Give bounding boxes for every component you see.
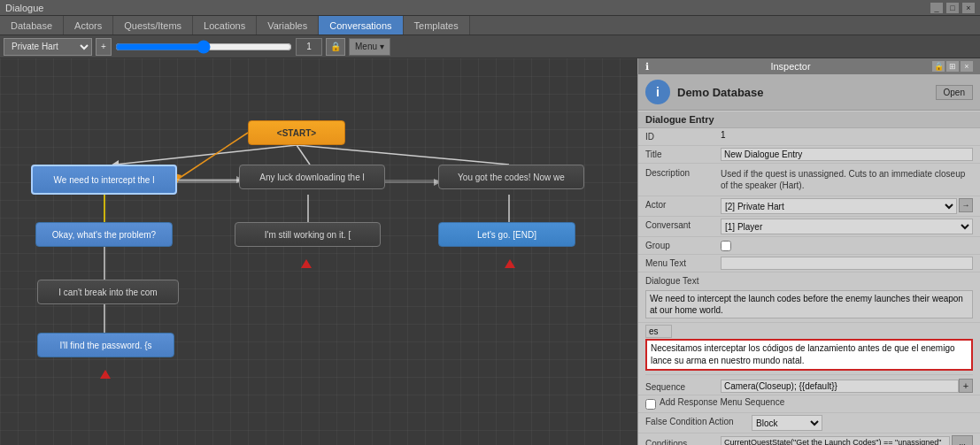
- error-indicator-2: [505, 259, 515, 268]
- spanish-translation-container: Necesitamos interceptar los códigos de l…: [645, 325, 973, 375]
- field-row-group: Group: [638, 237, 980, 255]
- inspector-title-label: Inspector: [770, 61, 810, 72]
- node-we-need-label: We need to intercept the l: [54, 175, 155, 185]
- dialogue-text-label: Dialogue Text: [645, 274, 721, 286]
- close-button[interactable]: ×: [962, 3, 975, 13]
- group-checkbox[interactable]: [721, 241, 731, 251]
- field-row-false-condition: False Condition Action Block: [638, 413, 980, 433]
- node-we-need[interactable]: We need to intercept the l: [31, 165, 177, 195]
- tab-templates[interactable]: Templates: [404, 16, 470, 35]
- tab-bar: Database Actors Quests/Items Locations V…: [0, 16, 980, 35]
- error-indicator-1: [301, 259, 312, 268]
- node-still-label: I'm still working on it. [: [265, 230, 351, 240]
- tab-variables[interactable]: Variables: [257, 16, 319, 35]
- title-label: Title: [645, 148, 721, 159]
- lock-button[interactable]: 🔒: [326, 38, 345, 56]
- open-button[interactable]: Open: [936, 85, 973, 100]
- field-row-title: Title: [638, 146, 980, 164]
- sequence-input[interactable]: [721, 380, 959, 393]
- sequence-row: Sequence +: [638, 377, 980, 395]
- zoom-slider[interactable]: [115, 42, 292, 52]
- dialogue-text-value: We need to intercept the launch codes be…: [645, 290, 973, 318]
- field-row-description: Description Used if the quest is unassig…: [638, 164, 980, 196]
- node-lets-go[interactable]: Let's go. [END]: [438, 222, 575, 247]
- node-lets-go-label: Let's go. [END]: [477, 230, 536, 240]
- actor-select[interactable]: [2] Private Hart: [721, 198, 957, 214]
- node-start[interactable]: <START>: [248, 120, 345, 145]
- conditions-edit-button[interactable]: ...: [952, 435, 973, 445]
- tab-locations[interactable]: Locations: [193, 16, 257, 35]
- node-cant-break-label: I can't break into the com: [58, 288, 157, 297]
- inspector-panel: ℹ Inspector 🔒 ⊞ × i Demo Database Open D…: [637, 58, 980, 445]
- inspector-layout-button[interactable]: ⊞: [946, 61, 959, 72]
- node-any-luck[interactable]: Any luck downloading the l: [239, 165, 385, 189]
- menu-text-input[interactable]: [721, 257, 973, 270]
- minimize-button[interactable]: _: [930, 3, 943, 13]
- toolbar: Private Hart + 1 🔒 Menu ▾: [0, 35, 980, 58]
- window-title: Dialogue: [5, 3, 43, 13]
- svg-line-2: [297, 145, 509, 165]
- sequence-add-button[interactable]: +: [959, 379, 973, 393]
- title-input[interactable]: [721, 148, 973, 161]
- conditions-value: CurrentQuestState("Get the Launch Codes"…: [721, 436, 950, 445]
- node-still-working[interactable]: I'm still working on it. [: [235, 222, 381, 247]
- svg-line-0: [115, 145, 297, 165]
- canvas-area[interactable]: <START> We need to intercept the l Any l…: [0, 58, 637, 445]
- spanish-lang-input[interactable]: [645, 325, 672, 338]
- id-value: 1: [721, 130, 973, 140]
- add-conversation-button[interactable]: +: [96, 38, 112, 56]
- field-row-conversant: Conversant [1] Player: [638, 217, 980, 237]
- description-label: Description: [645, 166, 721, 178]
- svg-line-1: [297, 145, 310, 165]
- dialogue-text-container: We need to intercept the launch codes be…: [638, 290, 980, 323]
- conversant-select[interactable]: [1] Player: [721, 219, 973, 234]
- conversation-select[interactable]: Private Hart: [4, 38, 92, 56]
- add-response-menu-checkbox[interactable]: [645, 399, 656, 410]
- maximize-button[interactable]: □: [946, 3, 959, 13]
- inspector-body: Dialogue Entry ID 1 Title Description Us…: [638, 111, 980, 445]
- inspector-close-button[interactable]: ×: [961, 61, 973, 72]
- node-cant-break[interactable]: I can't break into the com: [37, 280, 179, 304]
- field-row-menu-text: Menu Text: [638, 255, 980, 272]
- sequence-label: Sequence: [645, 380, 721, 392]
- node-any-luck-label: Any luck downloading the l: [259, 173, 364, 182]
- inspector-title: ℹ: [645, 61, 649, 73]
- conversant-label: Conversant: [645, 219, 721, 230]
- connection-lines: [0, 58, 637, 445]
- menu-button[interactable]: Menu ▾: [349, 38, 390, 56]
- actor-label: Actor: [645, 198, 721, 210]
- node-ill-find[interactable]: I'll find the password. {s: [37, 333, 174, 357]
- false-condition-select[interactable]: Block: [752, 415, 822, 431]
- title-bar: Dialogue _ □ ×: [0, 0, 980, 16]
- window-controls: _ □ ×: [930, 3, 975, 13]
- inspector-db-icon: i: [645, 80, 670, 104]
- inspector-lock-button[interactable]: 🔒: [932, 61, 945, 72]
- tab-database[interactable]: Database: [0, 16, 64, 35]
- false-condition-label: False Condition Action: [645, 415, 752, 426]
- error-indicator-3: [100, 370, 111, 379]
- node-okay[interactable]: Okay, what's the problem?: [35, 222, 173, 247]
- tab-actors[interactable]: Actors: [64, 16, 113, 35]
- main-layout: <START> We need to intercept the l Any l…: [0, 58, 980, 445]
- section-dialogue-entry: Dialogue Entry: [638, 111, 980, 128]
- node-you-got[interactable]: You got the codes! Now we: [438, 165, 584, 189]
- inspector-title-bar: ℹ Inspector 🔒 ⊞ ×: [638, 58, 980, 74]
- zoom-input[interactable]: 1: [296, 38, 322, 56]
- field-row-add-response-menu: Add Response Menu Sequence: [638, 395, 980, 413]
- inspector-controls: 🔒 ⊞ ×: [932, 61, 973, 72]
- svg-line-18: [177, 133, 248, 180]
- node-ill-find-label: I'll find the password. {s: [59, 341, 151, 350]
- field-row-dialogue-text-label: Dialogue Text: [638, 272, 980, 290]
- group-label: Group: [645, 239, 721, 250]
- menu-text-label: Menu Text: [645, 257, 721, 268]
- spanish-text-value: Necesitamos interceptar los códigos de l…: [645, 339, 973, 371]
- add-response-menu-label: Add Response Menu Sequence: [660, 397, 784, 407]
- node-okay-label: Okay, what's the problem?: [52, 230, 156, 240]
- actor-edit-button[interactable]: →: [959, 198, 973, 212]
- field-row-actor: Actor [2] Private Hart →: [638, 196, 980, 217]
- id-label: ID: [645, 130, 721, 142]
- tab-quests-items[interactable]: Quests/Items: [113, 16, 193, 35]
- inspector-header: i Demo Database Open: [638, 74, 980, 111]
- tab-conversations[interactable]: Conversations: [319, 16, 403, 35]
- inspector-db-name: Demo Database: [677, 86, 764, 99]
